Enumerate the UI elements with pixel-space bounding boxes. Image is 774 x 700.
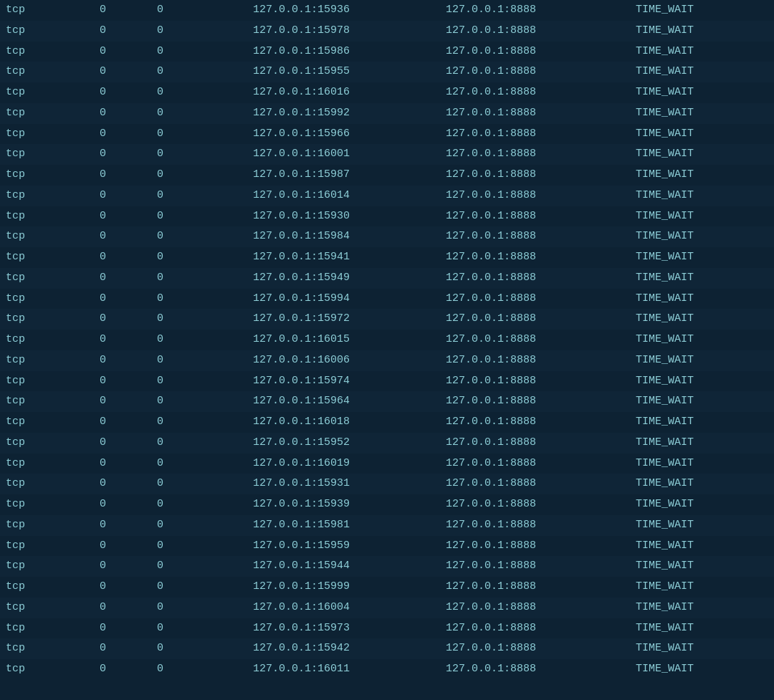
col-state: TIME_WAIT bbox=[550, 187, 694, 205]
col-foreign-addr: 127.0.0.1:8888 bbox=[364, 63, 550, 81]
col-proto: tcp bbox=[6, 1, 63, 19]
col-foreign-addr: 127.0.0.1:8888 bbox=[364, 331, 550, 349]
col-proto: tcp bbox=[6, 249, 63, 267]
col-recv-q: 0 bbox=[63, 373, 120, 390]
col-state: TIME_WAIT bbox=[550, 331, 694, 349]
col-local-addr: 127.0.0.1:16015 bbox=[178, 331, 364, 349]
col-recv-q: 0 bbox=[63, 84, 120, 102]
col-foreign-addr: 127.0.0.1:8888 bbox=[364, 599, 550, 617]
col-foreign-addr: 127.0.0.1:8888 bbox=[364, 105, 550, 123]
col-send-q: 0 bbox=[120, 22, 178, 40]
col-proto: tcp bbox=[6, 352, 63, 370]
col-local-addr: 127.0.0.1:15978 bbox=[178, 22, 364, 40]
col-proto: tcp bbox=[6, 228, 63, 246]
table-row: tcp 0 0 127.0.0.1:16004 127.0.0.1:8888 T… bbox=[0, 598, 774, 618]
col-state: TIME_WAIT bbox=[550, 373, 694, 390]
col-foreign-addr: 127.0.0.1:8888 bbox=[364, 413, 550, 431]
col-send-q: 0 bbox=[120, 228, 178, 246]
col-proto: tcp bbox=[6, 145, 63, 163]
col-foreign-addr: 127.0.0.1:8888 bbox=[364, 166, 550, 184]
col-local-addr: 127.0.0.1:15987 bbox=[178, 166, 364, 184]
col-recv-q: 0 bbox=[63, 455, 120, 473]
col-foreign-addr: 127.0.0.1:8888 bbox=[364, 208, 550, 226]
col-foreign-addr: 127.0.0.1:8888 bbox=[364, 640, 550, 658]
col-proto: tcp bbox=[6, 496, 63, 514]
table-row: tcp 0 0 127.0.0.1:15949 127.0.0.1:8888 T… bbox=[0, 268, 774, 289]
table-row: tcp 0 0 127.0.0.1:15966 127.0.0.1:8888 T… bbox=[0, 124, 774, 145]
col-state: TIME_WAIT bbox=[550, 43, 694, 61]
col-recv-q: 0 bbox=[63, 208, 120, 226]
col-local-addr: 127.0.0.1:15964 bbox=[178, 393, 364, 411]
col-state: TIME_WAIT bbox=[550, 84, 694, 102]
col-foreign-addr: 127.0.0.1:8888 bbox=[364, 290, 550, 308]
col-local-addr: 127.0.0.1:16006 bbox=[178, 352, 364, 370]
col-recv-q: 0 bbox=[63, 640, 120, 658]
col-recv-q: 0 bbox=[63, 434, 120, 452]
col-recv-q: 0 bbox=[63, 661, 120, 679]
col-send-q: 0 bbox=[120, 537, 178, 555]
table-row: tcp 0 0 127.0.0.1:15942 127.0.0.1:8888 T… bbox=[0, 638, 774, 659]
col-proto: tcp bbox=[6, 269, 63, 287]
col-recv-q: 0 bbox=[63, 290, 120, 308]
col-state: TIME_WAIT bbox=[550, 269, 694, 287]
col-send-q: 0 bbox=[120, 290, 178, 308]
col-state: TIME_WAIT bbox=[550, 63, 694, 81]
col-send-q: 0 bbox=[120, 496, 178, 514]
table-row: tcp 0 0 127.0.0.1:15931 127.0.0.1:8888 T… bbox=[0, 474, 774, 494]
col-local-addr: 127.0.0.1:16014 bbox=[178, 187, 364, 205]
col-local-addr: 127.0.0.1:16004 bbox=[178, 599, 364, 617]
col-foreign-addr: 127.0.0.1:8888 bbox=[364, 517, 550, 534]
col-recv-q: 0 bbox=[63, 125, 120, 143]
col-local-addr: 127.0.0.1:15939 bbox=[178, 496, 364, 514]
col-recv-q: 0 bbox=[63, 43, 120, 61]
col-state: TIME_WAIT bbox=[550, 290, 694, 308]
col-local-addr: 127.0.0.1:15959 bbox=[178, 537, 364, 555]
col-local-addr: 127.0.0.1:15981 bbox=[178, 517, 364, 534]
col-proto: tcp bbox=[6, 331, 63, 349]
col-send-q: 0 bbox=[120, 434, 178, 452]
col-foreign-addr: 127.0.0.1:8888 bbox=[364, 269, 550, 287]
col-send-q: 0 bbox=[120, 105, 178, 123]
col-state: TIME_WAIT bbox=[550, 208, 694, 226]
col-send-q: 0 bbox=[120, 1, 178, 19]
col-proto: tcp bbox=[6, 166, 63, 184]
col-state: TIME_WAIT bbox=[550, 352, 694, 370]
col-foreign-addr: 127.0.0.1:8888 bbox=[364, 373, 550, 390]
col-proto: tcp bbox=[6, 373, 63, 390]
col-foreign-addr: 127.0.0.1:8888 bbox=[364, 1, 550, 19]
terminal-output: tcp 0 0 127.0.0.1:15936 127.0.0.1:8888 T… bbox=[0, 0, 774, 680]
col-local-addr: 127.0.0.1:15973 bbox=[178, 620, 364, 638]
col-state: TIME_WAIT bbox=[550, 517, 694, 534]
col-send-q: 0 bbox=[120, 269, 178, 287]
table-row: tcp 0 0 127.0.0.1:16011 127.0.0.1:8888 T… bbox=[0, 659, 774, 680]
col-proto: tcp bbox=[6, 455, 63, 473]
col-state: TIME_WAIT bbox=[550, 413, 694, 431]
col-foreign-addr: 127.0.0.1:8888 bbox=[364, 352, 550, 370]
col-recv-q: 0 bbox=[63, 105, 120, 123]
col-foreign-addr: 127.0.0.1:8888 bbox=[364, 187, 550, 205]
col-recv-q: 0 bbox=[63, 517, 120, 534]
col-send-q: 0 bbox=[120, 352, 178, 370]
table-row: tcp 0 0 127.0.0.1:15999 127.0.0.1:8888 T… bbox=[0, 577, 774, 598]
col-foreign-addr: 127.0.0.1:8888 bbox=[364, 475, 550, 493]
col-recv-q: 0 bbox=[63, 413, 120, 431]
col-proto: tcp bbox=[6, 63, 63, 81]
col-proto: tcp bbox=[6, 578, 63, 596]
table-row: tcp 0 0 127.0.0.1:16014 127.0.0.1:8888 T… bbox=[0, 186, 774, 206]
col-local-addr: 127.0.0.1:15972 bbox=[178, 310, 364, 328]
col-state: TIME_WAIT bbox=[550, 475, 694, 493]
col-local-addr: 127.0.0.1:15966 bbox=[178, 125, 364, 143]
col-foreign-addr: 127.0.0.1:8888 bbox=[364, 661, 550, 679]
col-send-q: 0 bbox=[120, 84, 178, 102]
col-recv-q: 0 bbox=[63, 1, 120, 19]
col-recv-q: 0 bbox=[63, 537, 120, 555]
col-local-addr: 127.0.0.1:15952 bbox=[178, 434, 364, 452]
col-recv-q: 0 bbox=[63, 331, 120, 349]
col-foreign-addr: 127.0.0.1:8888 bbox=[364, 620, 550, 638]
col-send-q: 0 bbox=[120, 310, 178, 328]
col-send-q: 0 bbox=[120, 620, 178, 638]
col-recv-q: 0 bbox=[63, 249, 120, 267]
col-local-addr: 127.0.0.1:16001 bbox=[178, 145, 364, 163]
col-proto: tcp bbox=[6, 620, 63, 638]
col-state: TIME_WAIT bbox=[550, 22, 694, 40]
